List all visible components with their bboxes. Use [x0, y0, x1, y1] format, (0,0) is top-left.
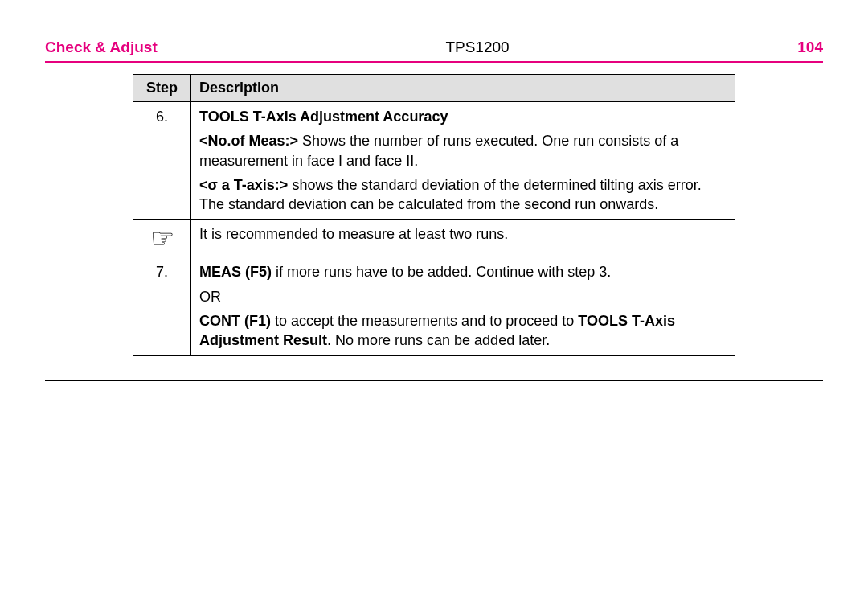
key-text: to accept the measurements and to procee…: [271, 313, 578, 329]
document-title: TPS1200: [445, 39, 509, 56]
note-text: It is recommended to measure at least tw…: [191, 220, 735, 257]
page-header: Check & Adjust TPS1200 104: [45, 39, 823, 63]
key-label: CONT (F1): [199, 313, 271, 329]
note-icon-cell: ☞: [133, 220, 191, 257]
col-header-step: Step: [133, 75, 191, 102]
step-number: 6.: [133, 102, 191, 220]
table-row: 6. TOOLS T-Axis Adjustment Accuracy <No.…: [133, 102, 735, 220]
step-description: MEAS (F5) if more runs have to be added.…: [191, 257, 735, 355]
page-number: 104: [797, 39, 823, 56]
field-label: <No.of Meas:>: [199, 133, 298, 149]
key-label: MEAS (F5): [199, 264, 272, 280]
table-header-row: Step Description: [133, 75, 735, 102]
step-number: 7.: [133, 257, 191, 355]
row-title: TOOLS T-Axis Adjustment Accuracy: [199, 109, 448, 125]
footer-rule: [45, 380, 823, 381]
table-row: ☞ It is recommended to measure at least …: [133, 220, 735, 257]
section-title: Check & Adjust: [45, 39, 158, 56]
or-separator: OR: [199, 287, 727, 306]
key-text: if more runs have to be added. Continue …: [272, 264, 611, 280]
table-row: 7. MEAS (F5) if more runs have to be add…: [133, 257, 735, 355]
field-label: <σ a T-axis:>: [199, 177, 288, 193]
pointing-hand-icon: ☞: [141, 224, 182, 252]
col-header-description: Description: [191, 75, 735, 102]
key-text: . No more runs can be added later.: [327, 332, 550, 348]
steps-table: Step Description 6. TOOLS T-Axis Adjustm…: [133, 74, 735, 356]
step-description: TOOLS T-Axis Adjustment Accuracy <No.of …: [191, 102, 735, 220]
